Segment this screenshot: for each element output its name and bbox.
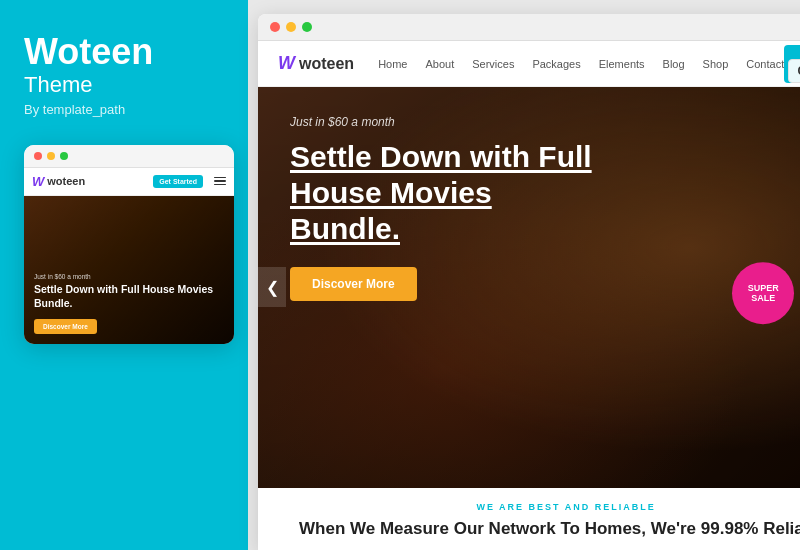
nav-link-services[interactable]: Services: [472, 58, 514, 70]
bottom-tag: WE ARE BEST AND RELIABLE: [274, 502, 800, 512]
chevron-left-icon: ❮: [266, 278, 279, 297]
mini-hero-sub: Just in $60 a month: [34, 273, 224, 280]
hero-sub-text: Just in $60 a month: [290, 115, 800, 129]
hero-main-title: Settle Down with Full House Movies Bundl…: [290, 139, 610, 247]
hero-arrow-left[interactable]: ❮: [258, 267, 286, 307]
mini-browser-bar: [24, 145, 234, 168]
main-dot-yellow: [286, 22, 296, 32]
mini-logo-w-icon: W: [32, 174, 44, 189]
mini-hero: Just in $60 a month Settle Down with Ful…: [24, 196, 234, 344]
main-hero: ❮ Just in $60 a month Settle Down with F…: [258, 87, 800, 488]
mini-hamburger-icon[interactable]: [214, 177, 226, 186]
nav-w-icon: W: [278, 53, 295, 74]
bottom-title: When We Measure Our Network To Homes, We…: [274, 518, 800, 540]
nav-link-contact[interactable]: Contact: [746, 58, 784, 70]
main-bottom-section: WE ARE BEST AND RELIABLE When We Measure…: [258, 488, 800, 550]
theme-subtitle: Theme: [24, 72, 92, 98]
hero-discover-button[interactable]: Discover More: [290, 267, 417, 301]
right-panel: Cot sig Red W woteen Home About Services…: [248, 0, 800, 550]
super-sale-line2: SALE: [751, 294, 775, 305]
left-panel: Woteen Theme By template_path W woteen G…: [0, 0, 248, 550]
nav-link-home[interactable]: Home: [378, 58, 407, 70]
hero-content: Just in $60 a month Settle Down with Ful…: [258, 87, 800, 329]
super-sale-line1: SUPER: [748, 283, 779, 294]
main-nav-logo: W woteen: [278, 53, 354, 74]
super-sale-badge: SUPER SALE: [732, 263, 794, 325]
main-dot-green: [302, 22, 312, 32]
mini-logo-text: woteen: [47, 175, 85, 187]
nav-link-blog[interactable]: Blog: [663, 58, 685, 70]
mini-discover-btn[interactable]: Discover More: [34, 319, 97, 334]
theme-author: By template_path: [24, 102, 125, 117]
main-nav-links: Home About Services Packages Elements Bl…: [378, 58, 784, 70]
main-dot-red: [270, 22, 280, 32]
theme-title: Woteen: [24, 32, 153, 72]
mini-dot-yellow: [47, 152, 55, 160]
mini-dot-green: [60, 152, 68, 160]
mini-logo: W woteen: [32, 174, 85, 189]
mini-browser-preview: W woteen Get Started Just in $60 a month…: [24, 145, 234, 344]
nav-logo-text: woteen: [299, 55, 354, 73]
nav-link-packages[interactable]: Packages: [532, 58, 580, 70]
main-browser: W woteen Home About Services Packages El…: [258, 14, 800, 550]
mini-nav: W woteen Get Started: [24, 168, 234, 196]
main-nav: W woteen Home About Services Packages El…: [258, 41, 800, 87]
nav-link-about[interactable]: About: [425, 58, 454, 70]
main-browser-bar: [258, 14, 800, 41]
mini-dot-red: [34, 152, 42, 160]
mini-hero-title: Settle Down with Full House Movies Bundl…: [34, 283, 224, 310]
mini-get-started-btn[interactable]: Get Started: [153, 175, 203, 188]
nav-link-elements[interactable]: Elements: [599, 58, 645, 70]
coral-sig-label: Cot sig Red: [788, 59, 800, 83]
nav-link-shop[interactable]: Shop: [703, 58, 729, 70]
